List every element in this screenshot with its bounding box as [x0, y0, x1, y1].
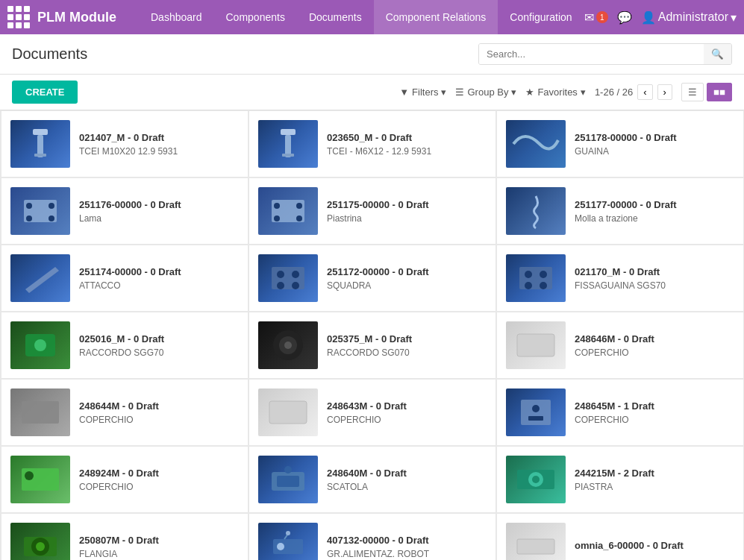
doc-subtitle: RACCORDO SGG70: [79, 347, 239, 358]
svg-rect-32: [517, 334, 554, 356]
doc-subtitle: TCEI M10X20 12.9 5931: [79, 146, 239, 157]
doc-thumbnail: [10, 321, 70, 369]
filter-icon: ▼: [399, 86, 409, 98]
svg-point-45: [532, 476, 540, 483]
document-card[interactable]: 021407_M - 0 Draft TCEI M10X20 12.9 5931: [1, 110, 248, 177]
nav-right: ✉ 1 💬 👤 Administrator ▾: [584, 10, 737, 25]
create-button[interactable]: CREATE: [12, 81, 78, 104]
document-card[interactable]: 248640M - 0 Draft SCATOLA: [248, 446, 496, 513]
search-button[interactable]: 🔍: [704, 44, 731, 64]
doc-title: 248646M - 0 Draft: [575, 333, 734, 345]
doc-thumbnail: [506, 187, 566, 235]
doc-thumbnail: [258, 388, 318, 436]
doc-thumbnail: [506, 254, 566, 302]
svg-rect-0: [33, 129, 48, 135]
notification-badge: 1: [596, 11, 608, 23]
menu-components[interactable]: Components: [214, 0, 297, 34]
doc-info: 251172-00000 - 0 Draft SQUADRA: [327, 266, 487, 291]
document-card[interactable]: 248644M - 0 Draft COPERCHIO: [1, 379, 248, 446]
doc-subtitle: Lama: [79, 213, 239, 224]
doc-info: 025016_M - 0 Draft RACCORDO SGG70: [79, 333, 239, 358]
document-card[interactable]: 244215M - 2 Draft PIASTRA: [496, 446, 744, 513]
menu-documents[interactable]: Documents: [297, 0, 374, 34]
pager-prev[interactable]: ‹: [637, 84, 652, 100]
document-card[interactable]: 251176-00000 - 0 Draft Lama: [1, 177, 248, 245]
svg-point-7: [26, 203, 32, 209]
document-card[interactable]: 023650_M - 0 Draft TCEI - M6X12 - 12.9 5…: [248, 110, 496, 177]
document-card[interactable]: 248645M - 1 Draft COPERCHIO: [496, 379, 744, 446]
svg-point-39: [25, 471, 34, 480]
svg-point-26: [540, 282, 547, 289]
filters-button[interactable]: ▼ Filters ▾: [399, 86, 446, 98]
svg-point-9: [26, 215, 32, 221]
document-card[interactable]: 021170_M - 0 Draft FISSAGUAINA SGS70: [496, 245, 744, 312]
menu-configuration[interactable]: Configuration: [498, 0, 584, 34]
document-card[interactable]: 248643M - 0 Draft COPERCHIO: [248, 379, 496, 446]
doc-title: 248644M - 0 Draft: [79, 400, 239, 412]
app-menu-icon[interactable]: [7, 6, 30, 28]
app-logo: PLM Module: [37, 10, 116, 25]
document-card[interactable]: 251174-00000 - 0 Draft ATTACCO: [1, 245, 248, 312]
grid-view-button[interactable]: ■■: [707, 83, 732, 101]
search-input[interactable]: [479, 44, 704, 64]
svg-point-24: [540, 271, 547, 278]
doc-subtitle: COPERCHIO: [79, 415, 239, 425]
doc-thumbnail: [506, 523, 566, 560]
favorites-button[interactable]: ★ Favorites ▾: [525, 86, 585, 98]
document-card[interactable]: 025016_M - 0 Draft RACCORDO SGG70: [1, 312, 248, 379]
chat-icon[interactable]: 💬: [617, 10, 632, 25]
svg-rect-17: [272, 267, 304, 289]
doc-info: 251176-00000 - 0 Draft Lama: [79, 199, 239, 224]
star-icon: ★: [525, 86, 534, 98]
doc-thumbnail: [258, 254, 318, 302]
group-by-button[interactable]: ☰ Group By ▾: [455, 86, 516, 98]
svg-point-15: [296, 215, 302, 221]
doc-subtitle: TCEI - M6X12 - 12.9 5931: [327, 146, 487, 157]
document-card[interactable]: 248646M - 0 Draft COPERCHIO: [496, 312, 744, 379]
document-card[interactable]: omnia_6-00000 - 0 Draft: [496, 513, 744, 560]
svg-rect-22: [519, 267, 552, 289]
user-avatar-icon: 👤: [641, 10, 656, 25]
doc-subtitle: SCATOLA: [327, 482, 487, 492]
doc-info: 248643M - 0 Draft COPERCHIO: [327, 400, 487, 425]
toolbar: CREATE ▼ Filters ▾ ☰ Group By ▾ ★ Favori…: [0, 75, 744, 110]
document-card[interactable]: 250807M - 0 Draft FLANGIA: [1, 513, 248, 560]
svg-point-41: [284, 466, 292, 474]
notifications-icon[interactable]: ✉ 1: [584, 10, 608, 25]
doc-title: 251176-00000 - 0 Draft: [79, 199, 239, 210]
list-view-button[interactable]: ☰: [681, 83, 704, 101]
svg-rect-37: [528, 416, 543, 421]
doc-info: 021407_M - 0 Draft TCEI M10X20 12.9 5931: [79, 132, 239, 157]
doc-title: 251177-00000 - 0 Draft: [575, 199, 734, 210]
menu-dashboard[interactable]: Dashboard: [139, 0, 214, 34]
group-by-label: Group By: [467, 86, 508, 98]
document-card[interactable]: 251177-00000 - 0 Draft Molla a trazione: [496, 177, 744, 245]
document-card[interactable]: 251172-00000 - 0 Draft SQUADRA: [248, 245, 496, 312]
svg-point-48: [36, 542, 45, 551]
doc-title: 025016_M - 0 Draft: [79, 333, 239, 345]
svg-point-25: [525, 282, 532, 289]
page-title: Documents: [12, 45, 87, 63]
doc-subtitle: COPERCHIO: [575, 347, 734, 358]
document-card[interactable]: 251175-00000 - 0 Draft Piastrina: [248, 177, 496, 245]
doc-thumbnail: [10, 456, 70, 503]
doc-title: omnia_6-00000 - 0 Draft: [575, 540, 734, 551]
doc-info: 248640M - 0 Draft SCATOLA: [327, 468, 487, 492]
doc-subtitle: COPERCHIO: [327, 415, 487, 425]
doc-subtitle: ATTACCO: [79, 280, 239, 291]
group-by-caret: ▾: [511, 86, 516, 98]
user-menu[interactable]: 👤 Administrator ▾: [641, 10, 737, 25]
doc-subtitle: Piastrina: [327, 213, 487, 224]
svg-rect-2: [34, 154, 46, 157]
document-card[interactable]: 407132-00000 - 0 Draft GR.ALIMENTAZ. ROB…: [248, 513, 496, 560]
doc-title: 250807M - 0 Draft: [79, 535, 239, 546]
doc-title: 251178-00000 - 0 Draft: [575, 132, 734, 143]
pager-next[interactable]: ›: [657, 84, 672, 100]
favorites-caret: ▾: [581, 86, 586, 98]
document-card[interactable]: 251178-00000 - 0 Draft GUAINA: [496, 110, 744, 177]
document-card[interactable]: 248924M - 0 Draft COPERCHIO: [1, 446, 248, 513]
menu-component-relations[interactable]: Component Relations: [374, 0, 498, 34]
view-toggle: ☰ ■■: [681, 83, 732, 101]
svg-point-50: [277, 543, 284, 550]
document-card[interactable]: 025375_M - 0 Draft RACCORDO SG070: [248, 312, 496, 379]
